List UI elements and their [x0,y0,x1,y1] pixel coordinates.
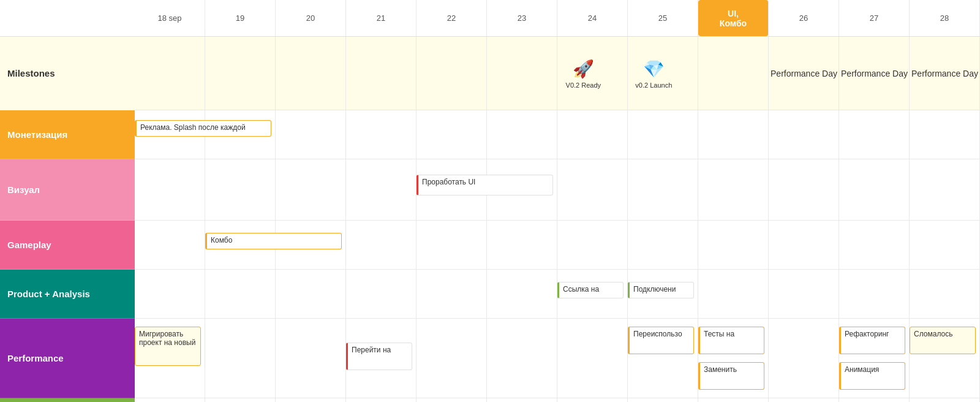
grid-cell-2 [276,398,346,402]
grid-cell-8 [698,37,769,110]
row-product: Ссылка наПодключени [135,270,980,319]
grid-cell-5 [487,398,557,402]
grid-cell-6 [557,159,628,220]
grid-cell-2 [276,159,346,220]
grid-cell-6 [557,398,628,402]
grid-cell-11 [910,270,980,318]
grid-cell-1 [205,37,276,110]
grid-cell-10 [839,270,910,318]
grid-cell-5 [487,270,557,318]
grid-cell-3 [346,270,417,318]
row-milestones: 🚀V0.2 Ready💎v0.2 LaunchPerformance DayPe… [135,37,980,110]
date-cell-4: 22 [417,0,487,36]
date-header: 18 sep19202122232425UI, Комбо262728 [135,0,980,37]
grid-cell-11 [910,110,980,159]
task-card-performance-4[interactable]: Рефакторинг [839,327,905,354]
grid-cell-10 [839,110,910,159]
grid-cell-9 [769,270,839,318]
grid-cell-5 [487,221,557,269]
task-card-performance-1[interactable]: Перейти на [346,343,412,370]
task-card-product-0[interactable]: Ссылка на [557,282,624,299]
grid-cell-8 [698,270,769,318]
date-cell-8: UI, Комбо [698,0,769,36]
grid-cell-9 [769,221,839,269]
row-performance: Мигрировать проект на новыйПерейти наПер… [135,319,980,398]
task-card-performance-3[interactable]: Тесты на [698,327,764,354]
row-integration: Раскатка наПодготовка [135,398,980,402]
grid-cell-3 [346,37,417,110]
grid-cell-5 [487,37,557,110]
label-milestones: Milestones [0,37,135,110]
grid-cell-9 [769,398,839,402]
row-gameplay: Комбо [135,221,980,270]
grid-cell-8 [698,221,769,269]
grid-cell-10 [839,398,910,402]
grid-cell-6 [557,221,628,269]
grid-cell-4 [417,319,487,398]
task-card-visual-0[interactable]: Проработать UI [417,175,553,196]
task-card-performance-2[interactable]: Переиспользо [628,327,694,354]
grid-cell-1 [205,270,276,318]
grid-cell-11 [910,398,980,402]
grid-cell-2 [276,37,346,110]
date-cell-1: 19 [205,0,276,36]
grid-cell-1 [205,159,276,220]
performance-day-10: Performance Day [839,67,910,78]
grid-cell-7 [628,159,698,220]
milestone-icon-7: 💎v0.2 Launch [629,58,678,88]
grid-cell-5 [487,319,557,398]
grid-cell-4 [417,221,487,269]
row-monetization: Реклама. Splash после каждой [135,110,980,159]
grid-cell-7 [628,398,698,402]
grid-cell-10 [839,159,910,220]
label-integration: Integration [0,398,135,402]
label-monetization: Монетизация [0,110,135,159]
task-card-monetization-0[interactable]: Реклама. Splash после каждой [135,120,271,137]
grid-cell-3 [346,110,417,159]
grid-cell-1 [205,398,276,402]
grid-cell-9 [769,110,839,159]
task-card-gameplay-0[interactable]: Комбо [205,233,342,250]
date-cell-10: 27 [839,0,910,36]
grid-cell-9 [769,319,839,398]
grid-cell-4 [417,270,487,318]
row-visual: Проработать UI [135,159,980,221]
grid-cell-2 [276,319,346,398]
grid-cell-8 [698,398,769,402]
performance-day-9: Performance Day [769,67,839,78]
label-product: Product + Analysis [0,270,135,319]
row-labels: Milestones Монетизация Визуал Gameplay P… [0,0,135,402]
grid-cell-3 [346,159,417,220]
task-card-performance-7[interactable]: Анимация [839,362,905,390]
grid-cell-1 [205,319,276,398]
grid-cell-0 [135,221,205,269]
milestone-icon-6: 🚀V0.2 Ready [559,58,608,88]
grid-cell-0 [135,159,205,220]
grid-cell-10 [839,221,910,269]
task-card-performance-6[interactable]: Заменить [698,362,764,390]
task-card-product-1[interactable]: Подключени [628,282,694,299]
date-cell-0: 18 sep [135,0,205,36]
grid-cell-0 [135,398,205,402]
grid-cell-7 [628,221,698,269]
grid-cell-9 [769,159,839,220]
grid-cell-2 [276,270,346,318]
label-gameplay: Gameplay [0,221,135,270]
grid-cell-6 [557,110,628,159]
task-card-performance-0[interactable]: Мигрировать проект на новый [135,327,201,366]
grid-cell-11 [910,221,980,269]
task-card-performance-5[interactable]: Сломалось [910,327,976,354]
grid-cell-6 [557,319,628,398]
date-cell-9: 26 [769,0,839,36]
grid-cell-4 [417,110,487,159]
grid-cell-0 [135,270,205,318]
date-cell-2: 20 [276,0,346,36]
grid-cell-4 [417,398,487,402]
grid-area: 18 sep19202122232425UI, Комбо262728 🚀V0.… [135,0,980,402]
grid-cell-8 [698,159,769,220]
date-cell-3: 21 [346,0,417,36]
grid-cell-8 [698,110,769,159]
grid-cell-7 [628,110,698,159]
date-cell-5: 23 [487,0,557,36]
label-visual: Визуал [0,159,135,221]
